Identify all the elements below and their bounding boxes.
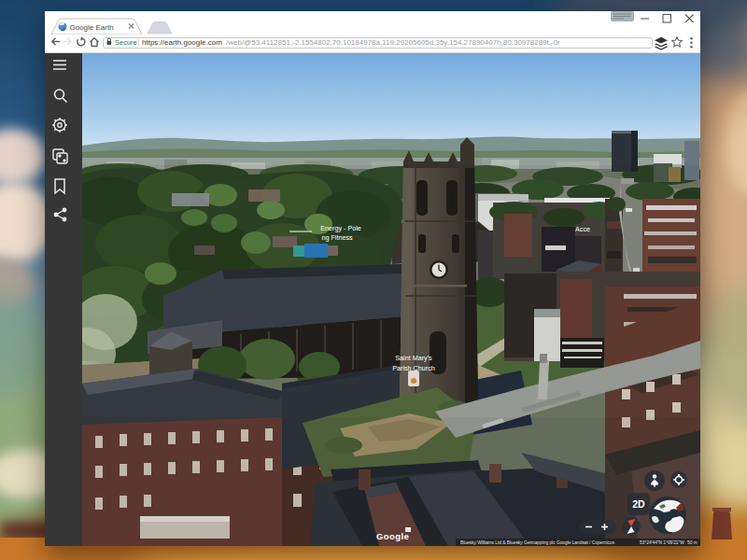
svg-text:Energy - Pole: Energy - Pole (320, 224, 361, 232)
svg-text:/web/@53.4112851,-2.1554802,70: /web/@53.4112851,-2.1554802,70.10184978a… (226, 38, 560, 47)
svg-text:53°24'44"N 1°09'21"W: 53°24'44"N 1°09'21"W (640, 540, 684, 545)
svg-text:https://earth.google.com: https://earth.google.com (142, 38, 222, 47)
svg-text:Google Earth: Google Earth (70, 23, 114, 32)
svg-text:2D: 2D (632, 498, 645, 510)
svg-text:Parish Church: Parish Church (392, 364, 435, 372)
svg-text:ng Fitness: ng Fitness (321, 233, 353, 242)
svg-text:50 m: 50 m (687, 540, 698, 545)
svg-text:Google: Google (376, 531, 409, 541)
svg-text:Saint Mary's: Saint Mary's (395, 354, 432, 362)
svg-text:Acce: Acce (575, 225, 590, 233)
svg-text:Secure: Secure (115, 38, 137, 47)
svg-text:Bluesky Williams Ltd & Bluesk: Bluesky Williams Ltd & Bluesky Getmappin… (460, 540, 615, 545)
